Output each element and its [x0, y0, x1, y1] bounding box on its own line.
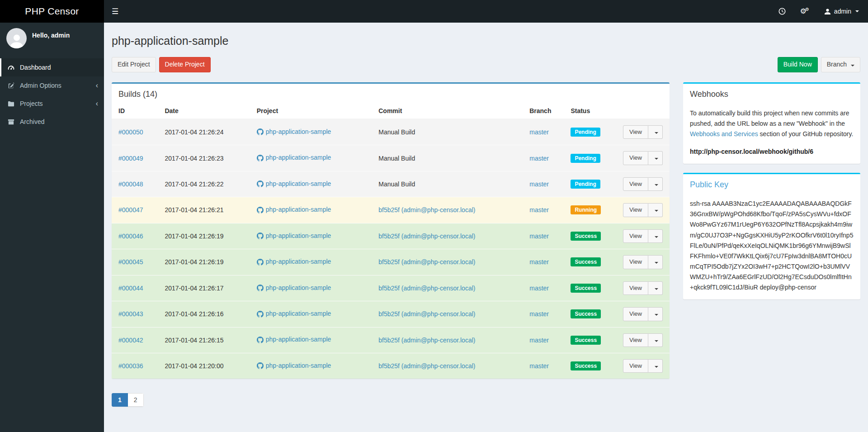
sidebar-item-archived[interactable]: Archived — [0, 113, 104, 131]
view-button[interactable]: View — [623, 203, 648, 217]
project-link[interactable]: php-application-sample — [257, 206, 331, 213]
project-link[interactable]: php-application-sample — [257, 128, 331, 135]
project-link[interactable]: php-application-sample — [257, 232, 331, 239]
view-dropdown-toggle[interactable] — [648, 333, 663, 347]
view-button[interactable]: View — [623, 177, 648, 191]
build-id-link[interactable]: #000046 — [118, 233, 143, 240]
view-button[interactable]: View — [623, 307, 648, 321]
commit-link[interactable]: Manual Build — [378, 128, 415, 136]
view-dropdown-toggle[interactable] — [648, 125, 663, 139]
view-dropdown-toggle[interactable] — [648, 307, 663, 321]
view-button[interactable]: View — [623, 151, 648, 165]
project-link-label: php-application-sample — [266, 284, 331, 291]
build-id-link[interactable]: #000036 — [118, 362, 143, 370]
avatar-user-icon — [9, 33, 24, 48]
commit-link[interactable]: bf5b25f (admin@php-censor.local) — [378, 206, 475, 214]
project-link[interactable]: php-application-sample — [257, 362, 331, 369]
caret-down-icon — [655, 366, 658, 368]
github-icon — [257, 362, 264, 369]
commit-link[interactable]: bf5b25f (admin@php-censor.local) — [378, 337, 475, 344]
build-now-button[interactable]: Build Now — [778, 57, 818, 72]
view-dropdown-toggle[interactable] — [648, 359, 663, 373]
commit-link[interactable]: bf5b25f (admin@php-censor.local) — [378, 285, 475, 292]
build-id-link[interactable]: #000045 — [118, 258, 143, 266]
sidebar-item-label: Archived — [20, 118, 44, 125]
sidebar-item-label: Admin Options — [20, 82, 61, 89]
view-button[interactable]: View — [623, 281, 648, 295]
view-button[interactable]: View — [623, 333, 648, 347]
branch-link[interactable]: master — [529, 258, 549, 266]
build-id-link[interactable]: #000042 — [118, 337, 143, 344]
gauge-icon — [7, 64, 15, 71]
build-queue-button[interactable] — [771, 0, 793, 23]
app-logo[interactable]: PHP Censor — [0, 0, 104, 23]
branch-link[interactable]: master — [529, 362, 549, 370]
sidebar-toggle-button[interactable]: ☰ — [104, 0, 126, 23]
view-dropdown-toggle[interactable] — [648, 281, 663, 295]
build-id-link[interactable]: #000047 — [118, 206, 143, 214]
view-dropdown-toggle[interactable] — [648, 203, 663, 217]
github-icon — [257, 180, 264, 187]
view-dropdown-toggle[interactable] — [648, 177, 663, 191]
build-id-link[interactable]: #000048 — [118, 180, 143, 188]
page-title: php-application-sample — [112, 34, 860, 47]
view-dropdown-toggle[interactable] — [648, 151, 663, 165]
table-row: #000043 2017-01-04 21:26:16 php-applicat… — [112, 301, 670, 327]
project-link[interactable]: php-application-sample — [257, 154, 331, 161]
sidebar-item-admin-options[interactable]: Admin Options ‹ — [0, 76, 104, 95]
branch-link[interactable]: master — [529, 155, 549, 162]
view-button[interactable]: View — [623, 359, 648, 373]
view-dropdown-toggle[interactable] — [648, 229, 663, 243]
commit-link[interactable]: bf5b25f (admin@php-censor.local) — [378, 362, 475, 370]
commit-link[interactable]: Manual Build — [378, 180, 415, 188]
builds-table: ID Date Project Commit Branch Status — [112, 103, 670, 379]
build-id-link[interactable]: #000050 — [118, 128, 143, 136]
webhooks-and-services-link[interactable]: Webhooks and Services — [690, 130, 758, 138]
table-row: #000045 2017-01-04 21:26:19 php-applicat… — [112, 249, 670, 275]
sidebar-item-projects[interactable]: Projects ‹ — [0, 95, 104, 113]
branch-link[interactable]: master — [529, 128, 549, 136]
pagination-page-1[interactable]: 1 — [112, 393, 128, 407]
project-link[interactable]: php-application-sample — [257, 310, 331, 317]
delete-project-button[interactable]: Delete Project — [159, 57, 211, 72]
github-icon — [257, 285, 264, 291]
project-link-label: php-application-sample — [266, 310, 331, 317]
commit-link[interactable]: Manual Build — [378, 155, 415, 162]
branch-link[interactable]: master — [529, 337, 549, 344]
webhooks-text-before: To automatically build this project when… — [690, 109, 849, 127]
pagination-page-2[interactable]: 2 — [128, 393, 144, 407]
branch-link[interactable]: master — [529, 285, 549, 292]
edit-project-button[interactable]: Edit Project — [112, 57, 156, 72]
branch-link[interactable]: master — [529, 233, 549, 240]
status-badge: Success — [571, 257, 601, 266]
status-badge: Running — [571, 205, 601, 214]
column-header-branch: Branch — [526, 103, 567, 119]
commit-link[interactable]: bf5b25f (admin@php-censor.local) — [378, 258, 475, 266]
project-link[interactable]: php-application-sample — [257, 180, 331, 187]
github-icon — [257, 259, 264, 266]
branch-link[interactable]: master — [529, 310, 549, 318]
build-id-link[interactable]: #000049 — [118, 155, 143, 162]
user-menu[interactable]: admin — [818, 0, 868, 23]
project-link[interactable]: php-application-sample — [257, 258, 331, 265]
table-row: #000044 2017-01-04 21:26:17 php-applicat… — [112, 275, 670, 301]
project-link[interactable]: php-application-sample — [257, 284, 331, 291]
view-button[interactable]: View — [623, 229, 648, 243]
branch-dropdown-button[interactable]: Branch — [821, 57, 860, 72]
commit-link[interactable]: bf5b25f (admin@php-censor.local) — [378, 310, 475, 318]
branch-link[interactable]: master — [529, 180, 549, 188]
build-date: 2017-01-04 21:26:21 — [161, 197, 253, 223]
commit-link[interactable]: bf5b25f (admin@php-censor.local) — [378, 233, 475, 240]
project-link-label: php-application-sample — [266, 154, 331, 161]
branch-link[interactable]: master — [529, 206, 549, 214]
project-link[interactable]: php-application-sample — [257, 336, 331, 343]
webhooks-panel-title: Webhooks — [690, 90, 854, 99]
view-button[interactable]: View — [623, 255, 648, 269]
settings-button[interactable]: ⚙⚙ — [793, 0, 818, 23]
view-dropdown-toggle[interactable] — [648, 255, 663, 269]
sidebar-item-dashboard[interactable]: Dashboard — [0, 58, 104, 76]
column-header-status: Status — [567, 103, 619, 119]
build-id-link[interactable]: #000043 — [118, 310, 143, 318]
build-id-link[interactable]: #000044 — [118, 285, 143, 292]
view-button[interactable]: View — [623, 125, 648, 139]
